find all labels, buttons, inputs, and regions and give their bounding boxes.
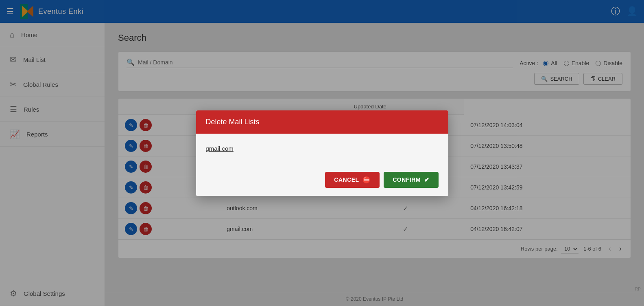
confirm-button[interactable]: CONFIRM ✔ — [384, 172, 438, 188]
cancel-label: CANCEL — [334, 176, 359, 183]
dialog-overlay: Delete Mail Lists gmail.com CANCEL ⛔ CON… — [0, 0, 644, 306]
delete-dialog: Delete Mail Lists gmail.com CANCEL ⛔ CON… — [196, 110, 448, 196]
dialog-actions: CANCEL ⛔ CONFIRM ✔ — [196, 166, 448, 196]
dialog-title: Delete Mail Lists — [206, 118, 260, 126]
dialog-email[interactable]: gmail.com — [206, 145, 234, 152]
dialog-body: gmail.com — [196, 134, 448, 166]
cancel-button[interactable]: CANCEL ⛔ — [325, 172, 380, 188]
cancel-icon: ⛔ — [362, 176, 371, 184]
confirm-label: CONFIRM — [393, 176, 421, 183]
dialog-header: Delete Mail Lists — [196, 110, 448, 134]
confirm-icon: ✔ — [424, 176, 430, 184]
